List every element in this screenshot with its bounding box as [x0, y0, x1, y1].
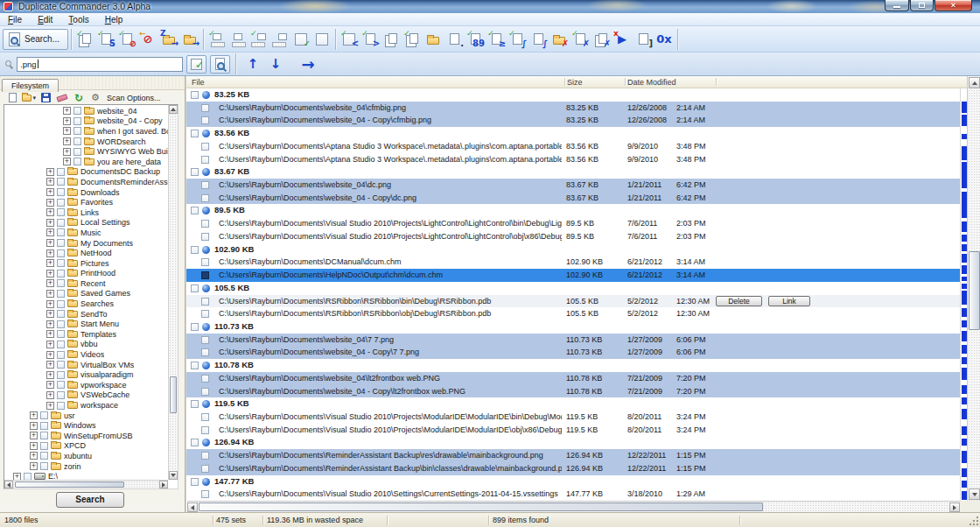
tree-item[interactable]: +vbbu	[4, 340, 168, 350]
expand-icon[interactable]: +	[46, 259, 54, 267]
hex-compare-button[interactable]: 0x	[654, 29, 675, 50]
file-row[interactable]: C:\Users\Rayburn\Documents\website_04 - …	[186, 114, 960, 127]
check-by-content-button[interactable]: ∫✓	[507, 29, 528, 50]
tree-checkbox[interactable]	[57, 402, 65, 410]
tree-item[interactable]: +Templates	[4, 329, 168, 340]
tree-item[interactable]: +Pictures	[4, 258, 168, 269]
file-row[interactable]: C:\Users\Rayburn\Documents\Visual Studio…	[186, 488, 960, 501]
column-separator[interactable]	[625, 78, 626, 86]
tree-checkbox[interactable]	[74, 158, 81, 165]
preview-filter-button[interactable]	[210, 55, 230, 74]
uncheck-selected-button[interactable]	[312, 29, 332, 50]
expand-icon[interactable]: +	[30, 432, 38, 439]
file-row[interactable]: C:\Users\Rayburn\Documents\Aptana Studio…	[186, 153, 960, 166]
tree-item[interactable]: +WinSetupFromUSB	[4, 431, 168, 441]
menu-edit[interactable]: Edit	[30, 13, 60, 26]
apply-filter-button[interactable]: ✓	[186, 55, 206, 74]
file-row[interactable]: C:\Users\Rayburn\Documents\RSRibbon\RSRi…	[186, 307, 960, 320]
file-checkbox[interactable]	[201, 310, 209, 318]
tree-item[interactable]: +you are here_data	[4, 157, 168, 167]
check-by-pattern-button[interactable]: S✓	[95, 29, 116, 50]
file-checkbox[interactable]	[201, 452, 209, 460]
tree-scroll-thumb[interactable]	[170, 376, 177, 413]
tree-hscroll-thumb[interactable]	[15, 481, 124, 488]
tree-item[interactable]: +DocumentsReminderAssistant B	[4, 177, 168, 187]
list-scroll-thumb[interactable]	[969, 251, 980, 330]
tree-item[interactable]: +Music	[4, 228, 168, 238]
tree-item[interactable]: +Local Settings	[4, 218, 168, 228]
scan-options-button[interactable]	[88, 92, 102, 103]
tree-item[interactable]: +PrintHood	[4, 269, 168, 279]
group-checkbox[interactable]	[191, 168, 199, 176]
tree-item[interactable]: +SendTo	[4, 309, 168, 320]
tree-item[interactable]: +website_04 - Copy	[4, 116, 168, 127]
expand-icon[interactable]: +	[63, 127, 71, 135]
file-row[interactable]: C:\Users\Rayburn\Documents\Aptana Studio…	[186, 140, 960, 153]
file-row[interactable]: C:\Users\Rayburn\Documents\website_04\dc…	[186, 179, 960, 192]
size-group-row[interactable]: 147.77 KB	[186, 475, 960, 488]
tree-checkbox[interactable]	[57, 391, 65, 399]
delete-button[interactable]: Delete	[716, 296, 762, 306]
link-button[interactable]: Link	[768, 296, 810, 306]
tree-item[interactable]: +website_04	[4, 106, 168, 116]
tree-item[interactable]: +Recent	[4, 278, 168, 289]
size-group-row[interactable]: 110.78 KB	[186, 359, 960, 372]
file-checkbox[interactable]	[201, 116, 209, 124]
size-group-row[interactable]: 83.56 KB	[186, 127, 960, 140]
file-checkbox[interactable]	[201, 413, 209, 421]
file-checkbox[interactable]	[201, 156, 209, 164]
tree-checkbox[interactable]	[57, 381, 65, 389]
file-checkbox[interactable]	[201, 233, 209, 241]
file-row[interactable]: C:\Users\Rayburn\Documents\website_04\7 …	[186, 334, 960, 347]
file-checkbox[interactable]	[201, 388, 209, 396]
size-group-row[interactable]: 105.5 KB	[186, 282, 960, 295]
file-checkbox[interactable]	[201, 490, 209, 498]
file-checkbox[interactable]	[201, 181, 209, 189]
tree-item[interactable]: +WYSIWYG Web Builder	[4, 146, 168, 157]
tree-checkbox[interactable]	[40, 422, 48, 430]
size-group-row[interactable]: 119.5 KB	[186, 397, 960, 411]
tab-filesystem[interactable]: Filesystem	[2, 79, 59, 92]
tree-item[interactable]: +when I got saved. Booth Bro	[4, 126, 168, 137]
uncheck-group-button[interactable]	[270, 29, 290, 50]
expand-icon[interactable]: +	[46, 371, 54, 379]
filter-input[interactable]: .png	[17, 57, 183, 72]
uncheck-pages-button[interactable]	[381, 29, 402, 50]
scroll-left-button[interactable]	[187, 502, 198, 512]
expand-icon[interactable]: +	[63, 107, 71, 115]
tree-checkbox[interactable]	[57, 168, 65, 176]
check-newer-button[interactable]: <✓	[339, 29, 360, 50]
scroll-right-button[interactable]	[949, 502, 960, 512]
expand-icon[interactable]: +	[30, 422, 38, 430]
protect-file-button[interactable]: ⊘✓	[116, 29, 137, 50]
tree-checkbox[interactable]	[57, 300, 65, 308]
clear-button[interactable]	[55, 92, 69, 103]
open-button[interactable]: ▾	[22, 92, 36, 103]
run-action-button[interactable]: ▶x	[612, 29, 633, 50]
file-checkbox[interactable]	[201, 465, 209, 473]
menu-help[interactable]: Help	[97, 13, 131, 26]
check-all-button[interactable]: ✓	[206, 29, 228, 50]
tree-checkbox[interactable]	[57, 371, 65, 379]
file-row[interactable]: C:\Users\Rayburn\Documents\Visual Studio…	[186, 230, 960, 243]
tree-checkbox[interactable]	[57, 219, 65, 227]
check-selected-button[interactable]: ✓	[290, 29, 312, 50]
tree-checkbox[interactable]	[57, 208, 65, 216]
check-group-button[interactable]: ✓	[248, 29, 270, 50]
expand-icon[interactable]: +	[30, 452, 38, 460]
file-row[interactable]: C:\Users\Rayburn\Documents\Visual Studio…	[186, 424, 960, 437]
expand-icon[interactable]: +	[46, 208, 54, 216]
expand-icon[interactable]: +	[46, 178, 54, 186]
tree-checkbox[interactable]	[40, 462, 48, 470]
file-row[interactable]: C:\Users\Rayburn\Documents\HelpNDoc\Outp…	[186, 269, 960, 282]
file-row[interactable]: C:\Users\Rayburn\Documents\website_04 - …	[186, 346, 960, 359]
expand-icon[interactable]: +	[46, 290, 54, 298]
check-pages-button[interactable]: ✓	[402, 29, 423, 50]
tree-checkbox[interactable]	[24, 473, 32, 480]
size-group-row[interactable]: 89.5 KB	[186, 204, 960, 217]
file-row[interactable]: C:\Users\Rayburn\Documents\DCManual\dcum…	[186, 256, 960, 269]
tree-item[interactable]: +Links	[4, 207, 168, 218]
tree-item[interactable]: +xubuntu	[4, 451, 168, 461]
expand-icon[interactable]: +	[46, 228, 54, 236]
file-row[interactable]: C:\Users\Rayburn\Documents\RSRibbon\RSRi…	[186, 295, 960, 308]
